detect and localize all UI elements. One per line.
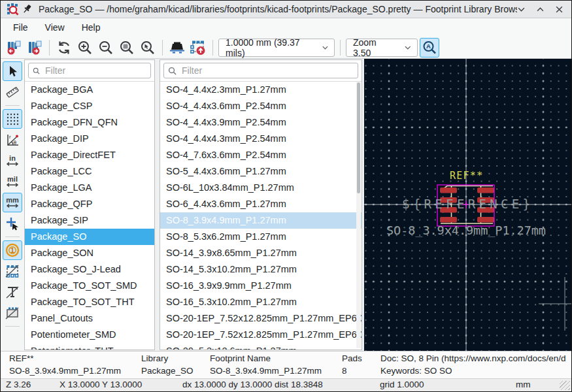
footprint-item[interactable]: SO-4_4.4x3.9mm_P2.54mm <box>160 114 362 131</box>
minimize-button[interactable] <box>517 5 526 14</box>
cursor-arrow-icon <box>6 65 19 78</box>
info-reference: REF** <box>9 353 34 363</box>
maximize-button[interactable] <box>536 5 545 14</box>
footprint-list: SO-4_4.4x2.3mm_P1.27mmSO-4_4.4x3.6mm_P2.… <box>160 82 362 350</box>
status-units: mm <box>516 380 531 389</box>
footprint-canvas[interactable]: REF** ${REFERENCE} SO-8_3.9x4.9mm_P1.27m… <box>364 59 571 351</box>
footprint-item[interactable]: SO-20_5.3x12.6mm_P1.27mm <box>160 343 362 350</box>
status-delta: dx 13.0000 dy 13.0000 dist 18.3848 <box>182 380 323 389</box>
info-library-value: Package_SO <box>141 366 193 376</box>
library-item[interactable]: Potentiometer_THT <box>25 343 154 350</box>
mm-label: mm <box>6 197 19 203</box>
footprint-item[interactable]: SO-8_3.9x4.9mm_P1.27mm <box>160 212 362 229</box>
menu-file[interactable]: File <box>5 20 37 35</box>
footprint-item[interactable]: SO-20-1EP_7.52x12.825mm_P1.27mm_EP6.045 <box>160 327 362 343</box>
footprint-item[interactable]: SO-4_4.4x2.3mm_P1.27mm <box>160 82 362 98</box>
refresh-library-button[interactable] <box>54 38 74 57</box>
library-item[interactable]: Package_QFP <box>25 196 154 212</box>
show-3d-viewer-button[interactable] <box>167 38 187 57</box>
menu-help[interactable]: Help <box>73 20 109 35</box>
footprint-item[interactable]: SO-16_3.9x9.9mm_P1.27mm <box>160 278 362 294</box>
footprint-item[interactable]: SO-16_5.3x10.2mm_P1.27mm <box>160 294 362 310</box>
footprint-item[interactable]: SO-6_4.4x3.6mm_P1.27mm <box>160 196 362 212</box>
menubar: File View Help <box>1 18 571 37</box>
auto-zoom-toggle[interactable]: A <box>420 38 439 57</box>
footprint-item[interactable]: SO-4_4.4x4.3mm_P2.54mm <box>160 131 362 147</box>
library-item[interactable]: Package_SIP <box>25 212 154 229</box>
toolbar-separator <box>5 326 20 327</box>
footprint-panel: SO-4_4.4x2.3mm_P1.27mmSO-4_4.4x3.6mm_P2.… <box>160 59 362 350</box>
zoom-selection-icon <box>140 40 156 56</box>
library-item[interactable]: Package_DIP <box>25 131 154 147</box>
svg-text:r: r <box>9 134 11 140</box>
pad-sketch-mode-button[interactable] <box>3 261 22 281</box>
polar-coordinates-icon: r θ <box>5 133 20 147</box>
footprint-item[interactable]: SO-8_5.3x6.2mm_P1.27mm <box>160 229 362 245</box>
info-footprint-id: SO-8_3.9x4.9mm_P1.27mm <box>9 366 121 376</box>
library-filter-box[interactable] <box>28 63 151 78</box>
library-filter-wrap <box>25 60 154 82</box>
library-item[interactable]: Package_LGA <box>25 180 154 196</box>
grid-dots-icon <box>6 112 19 125</box>
resize-grip[interactable] <box>560 381 570 390</box>
library-item[interactable]: Package_SON <box>25 245 154 261</box>
footprint-sketch-mode-button[interactable] <box>3 303 22 323</box>
library-item[interactable]: Package_DFN_QFN <box>25 114 154 131</box>
footprint-item[interactable]: SO-4_4.4x3.6mm_P2.54mm <box>160 98 362 114</box>
units-inches-button[interactable]: in <box>3 151 22 171</box>
aux-origin-marker <box>539 277 571 331</box>
library-item[interactable]: Package_BGA <box>25 82 154 98</box>
show-grid-button[interactable] <box>3 109 22 129</box>
polar-coords-button[interactable]: r θ <box>3 130 22 150</box>
library-item[interactable]: Package_TO_SOT_SMD <box>25 278 154 294</box>
footprint-filter-input[interactable] <box>180 65 354 76</box>
insert-footprint-in-board-button[interactable] <box>188 38 208 57</box>
footprint-item[interactable]: SO-6L_10x3.84mm_P1.27mm <box>160 180 362 196</box>
next-library-button[interactable] <box>25 38 44 57</box>
select-tool-button[interactable] <box>3 61 22 81</box>
titlebar[interactable]: Package_SO — /home/graham/kicad/librarie… <box>1 1 571 18</box>
pin-icon[interactable] <box>23 4 32 14</box>
show-pad-numbers-button[interactable]: 1 <box>3 240 22 260</box>
library-item[interactable]: Package_DirectFET <box>25 147 154 163</box>
library-item[interactable]: Package_TO_SOT_THT <box>25 294 154 310</box>
library-item[interactable]: Package_SO <box>25 229 154 245</box>
footprint-list-scrollbar[interactable] <box>356 82 361 348</box>
footprint-filter-box[interactable] <box>163 63 358 78</box>
zoom-selection-button[interactable] <box>138 38 158 57</box>
chevron-down-icon <box>404 44 412 52</box>
footprint-item[interactable]: SO-14_5.3x10.2mm_P1.27mm <box>160 261 362 278</box>
footprint-item[interactable]: SO-5_4.4x3.6mm_P1.27mm <box>160 163 362 180</box>
pad-8 <box>477 188 494 193</box>
close-button[interactable] <box>555 5 564 14</box>
reference-designator-text: REF** <box>450 170 482 182</box>
pads-outline-icon <box>5 263 20 279</box>
units-mils-button[interactable]: mil <box>3 172 22 191</box>
footprint-item[interactable]: SO-4_7.6x3.6mm_P2.54mm <box>160 147 362 163</box>
grid-unit-select[interactable]: 1.0000 mm (39.37 mils) <box>218 39 335 57</box>
search-icon <box>33 67 40 75</box>
pad-1 <box>440 188 457 193</box>
scrollbar-thumb[interactable] <box>357 82 360 193</box>
footprint-item[interactable]: SO-20-1EP_7.52x12.825mm_P1.27mm_EP6.045 <box>160 310 362 327</box>
inches-label: in <box>9 155 16 161</box>
measure-tool-button[interactable] <box>3 82 22 102</box>
library-item[interactable]: Potentiometer_SMD <box>25 327 154 343</box>
library-item[interactable]: Panel_Cutouts <box>25 310 154 327</box>
library-item[interactable]: Package_CSP <box>25 98 154 114</box>
zoom-in-button[interactable] <box>75 38 95 57</box>
double-arrow-icon <box>6 161 19 167</box>
full-crosshair-button[interactable] <box>3 214 22 233</box>
library-item[interactable]: Package_SO_J-Lead <box>25 261 154 278</box>
library-item[interactable]: Package_LCC <box>25 163 154 180</box>
text-sketch-mode-button[interactable] <box>3 282 22 302</box>
menu-view[interactable]: View <box>37 20 73 35</box>
library-filter-input[interactable] <box>44 65 146 76</box>
footprint-item[interactable]: SO-14_3.9x8.65mm_P1.27mm <box>160 245 362 261</box>
zoom-out-button[interactable] <box>96 38 116 57</box>
zoom-fit-button[interactable] <box>117 38 137 57</box>
insert-footprint-icon <box>190 39 207 56</box>
units-mm-button[interactable]: mm <box>3 193 22 212</box>
previous-library-button[interactable] <box>4 38 24 57</box>
zoom-level-select[interactable]: Zoom 3.50 <box>346 39 418 57</box>
